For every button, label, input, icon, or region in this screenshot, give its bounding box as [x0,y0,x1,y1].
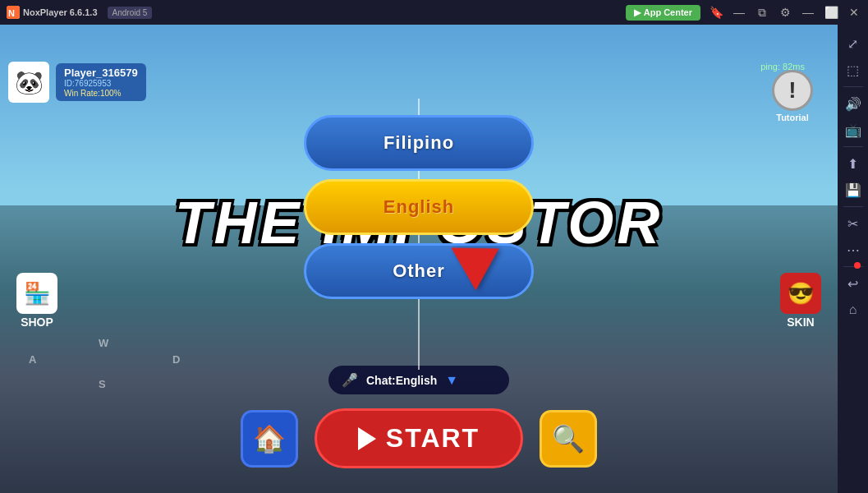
minimize-button[interactable]: — [728,4,750,21]
upload-icon[interactable]: ⬆ [841,151,866,176]
expand-icon[interactable]: ⤢ [841,31,866,56]
storage-icon[interactable]: 💾 [841,177,866,202]
play-store-icon: ▶ [634,7,641,18]
more-options-icon[interactable]: ⋯ [841,237,866,262]
scissors-icon[interactable]: ✂ [841,211,866,236]
game-area: THE IMPOSTOR 🐼 Player_316579 ID:76925953… [0,25,838,493]
maximize-button[interactable]: ⬜ [820,4,842,21]
android-badge: Android 5 [108,7,153,19]
sidebar-divider-2 [843,146,863,147]
right-sidebar: ⤢ ⬚ 🔊 📺 ⬆ 💾 ✂ ⋯ ↩ ⌂ [838,25,868,493]
bookmark-button[interactable]: 🔖 [705,4,727,21]
home-sidebar-icon[interactable]: ⌂ [841,297,866,322]
close-button[interactable]: ✕ [843,4,865,21]
nox-icon: N [7,6,20,19]
app-center-button[interactable]: ▶ App Center [626,5,700,21]
filipino-button[interactable]: Filipino [304,115,534,171]
more-options-wrap: ⋯ [841,237,866,262]
english-button[interactable]: English [304,179,534,235]
svg-text:N: N [8,8,15,18]
nox-logo: N NoxPlayer 6.6.1.3 [0,6,104,19]
sidebar-divider-3 [843,206,863,207]
display-icon[interactable]: 📺 [841,117,866,142]
notification-dot [854,262,861,269]
title-bar: N NoxPlayer 6.6.1.3 Android 5 ▶ App Cent… [0,0,868,25]
language-overlay: Filipino English Other [0,49,838,493]
app-center-label: App Center [644,7,692,17]
volume-icon[interactable]: 🔊 [841,91,866,116]
settings-button[interactable]: ⚙ [774,4,796,21]
back-icon[interactable]: ↩ [841,271,866,296]
screenshot-icon[interactable]: ⬚ [841,58,866,82]
sidebar-divider-1 [843,86,863,87]
nox-version: NoxPlayer 6.6.1.3 [23,7,98,17]
minimize-window-button[interactable]: — [797,4,819,21]
arrow-pointer [461,234,502,283]
title-bar-controls: 🔖 — ⧉ ⚙ — ⬜ ✕ [705,4,868,21]
restore-button[interactable]: ⧉ [751,4,773,21]
